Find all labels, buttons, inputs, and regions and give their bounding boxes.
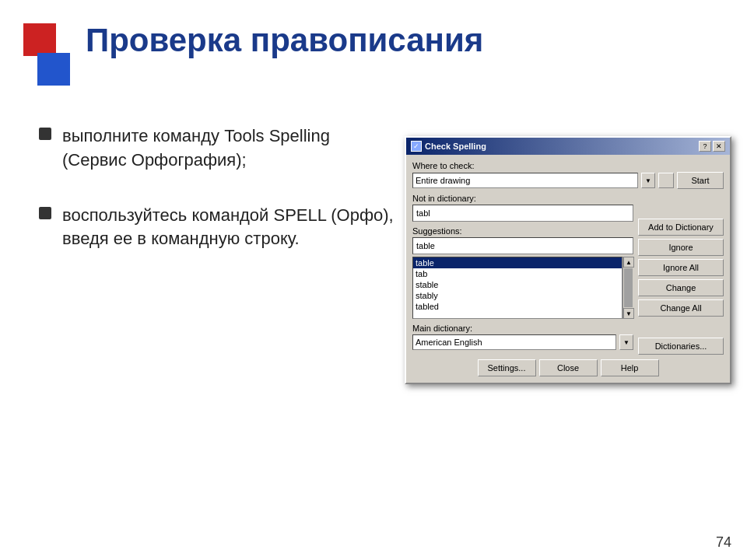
suggestions-list-container: table tab stable stably tabled — [412, 257, 622, 319]
where-to-check-input-row: ▼ Start — [412, 172, 724, 189]
suggestions-scrollbar[interactable]: ▲ ▼ — [622, 257, 633, 319]
not-in-dict-label: Not in dictionary: — [412, 194, 633, 203]
suggestion-item-stable[interactable]: stable — [413, 279, 622, 290]
start-button[interactable]: Start — [677, 172, 724, 189]
suggestions-list[interactable]: table tab stable stably tabled — [412, 257, 622, 319]
where-to-check-input[interactable] — [412, 173, 638, 188]
suggestion-item-tab[interactable]: tab — [413, 268, 622, 279]
scroll-down[interactable]: ▼ — [623, 308, 634, 319]
red-square — [23, 23, 56, 56]
suggestion-item-tabled[interactable]: tabled — [413, 301, 622, 312]
slide-title: Проверка правописания — [86, 22, 483, 59]
list-item: воспользуйтесь командой SPELL (Орфо), вв… — [39, 204, 397, 252]
main-dict-row: Main dictionary: ▼ — [412, 324, 633, 350]
dialog-bottom-row: Settings... Close Help — [412, 359, 724, 376]
check-spelling-dialog: ✓ Check Spelling ? ✕ Where to check: ▼ S… — [405, 136, 731, 384]
dialog-left: Not in dictionary: Suggestions: table ta… — [412, 194, 633, 355]
main-dict-dropdown[interactable]: ▼ — [619, 334, 633, 350]
add-to-dictionary-button[interactable]: Add to Dictionary — [638, 219, 724, 236]
where-to-check-dropdown[interactable]: ▼ — [641, 173, 655, 188]
dialog-body: Where to check: ▼ Start Not in dictionar… — [406, 155, 730, 383]
bullet-text-2: воспользуйтесь командой SPELL (Орфо), вв… — [62, 204, 397, 252]
list-item: выполните команду Tools Spelling (Сервис… — [39, 124, 397, 173]
suggestions-label: Suggestions: — [412, 226, 633, 236]
where-to-check-browse[interactable] — [658, 173, 674, 188]
titlebar-buttons: ? ✕ — [699, 141, 725, 152]
ignore-button[interactable]: Ignore — [638, 239, 724, 256]
blue-square — [37, 53, 70, 86]
not-in-dict-input[interactable] — [412, 205, 633, 222]
bullet-icon — [39, 207, 51, 219]
bullet-icon — [39, 128, 51, 140]
slide: Проверка правописания выполните команду … — [0, 0, 747, 560]
page-number: 74 — [716, 534, 731, 551]
not-in-dict-row: Not in dictionary: — [412, 194, 633, 222]
scroll-thumb — [624, 268, 633, 307]
suggestions-row: Suggestions: table tab stable stably tab… — [412, 226, 633, 319]
suggestion-item-stably[interactable]: stably — [413, 290, 622, 301]
change-all-button[interactable]: Change All — [638, 299, 724, 317]
suggestion-item-table[interactable]: table — [413, 257, 622, 268]
dialog-icon: ✓ — [411, 141, 422, 152]
suggestions-list-area: table tab stable stably tabled ▲ — [412, 257, 633, 319]
where-to-check-row: Where to check: ▼ Start — [412, 161, 724, 189]
close-titlebar-button[interactable]: ✕ — [713, 141, 725, 152]
bullet-list: выполните команду Tools Spelling (Сервис… — [39, 124, 397, 282]
ignore-all-button[interactable]: Ignore All — [638, 259, 724, 276]
settings-button[interactable]: Settings... — [478, 359, 536, 376]
main-dict-label: Main dictionary: — [412, 324, 633, 333]
dialog-title: Check Spelling — [425, 142, 486, 151]
bullet-text-1: выполните команду Tools Spelling (Сервис… — [62, 124, 397, 173]
titlebar-left: ✓ Check Spelling — [411, 141, 486, 152]
where-to-check-label: Where to check: — [412, 161, 724, 170]
help-button[interactable]: Help — [601, 359, 659, 376]
change-button[interactable]: Change — [638, 279, 724, 296]
scroll-up[interactable]: ▲ — [623, 257, 634, 268]
decorative-squares — [23, 23, 70, 86]
help-titlebar-button[interactable]: ? — [699, 141, 711, 152]
suggestions-input[interactable] — [412, 237, 633, 254]
main-dict-input-row: ▼ — [412, 334, 633, 350]
main-dict-input[interactable] — [412, 334, 616, 350]
close-button[interactable]: Close — [539, 359, 598, 376]
dialog-main-area: Not in dictionary: Suggestions: table ta… — [412, 194, 724, 355]
dialog-titlebar: ✓ Check Spelling ? ✕ — [406, 138, 730, 155]
dialog-right: Add to Dictionary Ignore Ignore All Chan… — [638, 194, 724, 355]
dictionaries-button[interactable]: Dictionaries... — [638, 338, 724, 355]
